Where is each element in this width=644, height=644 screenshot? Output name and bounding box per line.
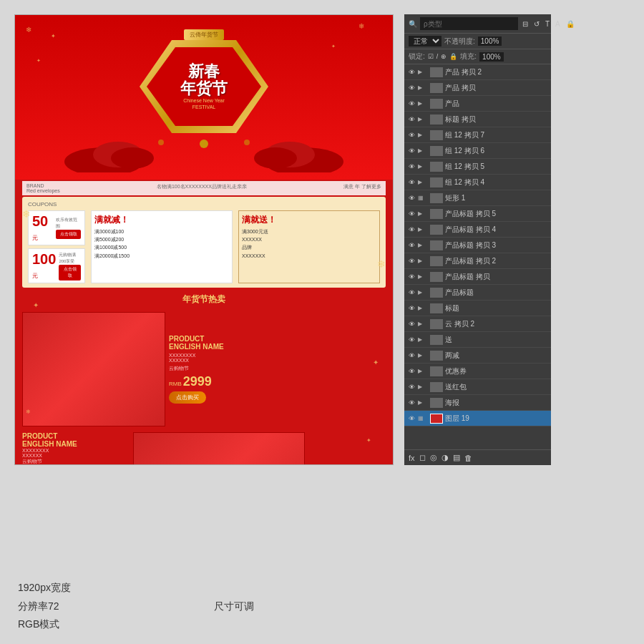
coupon-btn-2[interactable]: 点击领取: [59, 265, 81, 280]
ps-layer-12[interactable]: 👁▶产品标题 拷贝 2: [404, 253, 551, 269]
snowflake-4: ✦: [331, 44, 336, 49]
ps-delete-btn[interactable]: 🗑: [464, 454, 472, 462]
sf-8: ✦: [33, 301, 39, 309]
ps-layer-5[interactable]: 👁▶组 12 拷贝 6: [404, 143, 551, 159]
layer-type-icon-4: ▶: [418, 132, 428, 138]
price-rmb-1: RMB: [169, 381, 182, 387]
ps-layer-20[interactable]: 👁▶送红包: [404, 379, 551, 395]
eye-icon-22[interactable]: 👁: [407, 415, 416, 422]
eye-icon-19[interactable]: 👁: [407, 368, 416, 375]
eye-icon-7[interactable]: 👁: [407, 179, 416, 186]
ps-layer-2[interactable]: 👁▶产品: [404, 96, 551, 112]
hexagon-inner: 新春 年货节 Chinese New Year FESTIVAL: [147, 47, 261, 126]
coupon-left: 50元 欢乐有效范围 点击领取 100元 元购物满200享受: [28, 210, 85, 283]
eye-icon-11[interactable]: 👁: [407, 242, 416, 249]
eye-icon-13[interactable]: 👁: [407, 273, 416, 280]
layer-name-14: 产品标题: [445, 288, 548, 298]
eye-icon-6[interactable]: 👁: [407, 163, 416, 170]
ps-layer-15[interactable]: 👁▶标题: [404, 301, 551, 316]
layer-thumb-17: [430, 335, 443, 345]
ps-rect-btn[interactable]: ◻: [419, 453, 426, 462]
ps-icon-btn-a[interactable]: A: [554, 20, 562, 28]
ps-icon-btn-t[interactable]: T: [544, 20, 551, 28]
ps-layers-list[interactable]: 👁▶产品 拷贝 2👁▶产品 拷贝👁▶产品👁▶标题 拷贝👁▶组 12 拷贝 7👁▶…: [404, 64, 551, 449]
buy-btn-1[interactable]: 点击购买: [169, 391, 206, 404]
ps-layer-14[interactable]: 👁▶产品标题: [404, 285, 551, 301]
layer-type-icon-20: ▶: [418, 384, 428, 390]
eye-icon-10[interactable]: 👁: [407, 226, 416, 233]
layer-thumb-21: [430, 398, 443, 408]
eye-icon-15[interactable]: 👁: [407, 305, 416, 312]
eye-icon-1[interactable]: 👁: [407, 84, 416, 92]
ps-layer-17[interactable]: 👁▶送: [404, 332, 551, 348]
layer-name-8: 矩形 1: [445, 193, 548, 203]
layer-thumb-14: [430, 288, 443, 298]
ps-layer-22[interactable]: 👁▦图层 19: [404, 411, 551, 426]
ps-layer-21[interactable]: 👁▶海报: [404, 395, 551, 411]
fill-label: 填充:: [460, 52, 477, 62]
layer-type-icon-14: ▶: [418, 289, 428, 296]
ps-layer-4[interactable]: 👁▶组 12 拷贝 7: [404, 127, 551, 143]
coupon-btn-1[interactable]: 点击领取: [56, 230, 81, 239]
search-icon: 🔍: [409, 20, 417, 28]
layer-thumb-22: [430, 414, 443, 424]
lock-icon-4[interactable]: 🔒: [449, 53, 457, 60]
ps-fx-btn[interactable]: fx: [409, 454, 415, 462]
eye-icon-18[interactable]: 👁: [407, 352, 416, 359]
ps-layer-0[interactable]: 👁▶产品 拷贝 2: [404, 64, 551, 80]
eye-icon-0[interactable]: 👁: [407, 69, 416, 76]
layer-name-13: 产品标题 拷贝: [445, 272, 548, 282]
ps-layer-6[interactable]: 👁▶组 12 拷贝 5: [404, 159, 551, 175]
eye-icon-16[interactable]: 👁: [407, 321, 416, 328]
ps-layer-9[interactable]: 👁▶产品标题 拷贝 5: [404, 206, 551, 222]
ps-layer-8[interactable]: 👁▦矩形 1: [404, 190, 551, 206]
spec-line1: 1920px宽度: [18, 579, 71, 597]
layer-type-icon-19: ▶: [418, 368, 428, 374]
layer-type-icon-3: ▶: [418, 116, 428, 122]
ps-group-btn[interactable]: ▤: [453, 453, 460, 462]
eye-icon-21[interactable]: 👁: [407, 399, 416, 406]
layer-thumb-15: [430, 303, 443, 313]
ps-adj-btn[interactable]: ◑: [441, 453, 449, 462]
ps-blend-mode[interactable]: 正常: [409, 36, 441, 47]
eye-icon-9[interactable]: 👁: [407, 210, 416, 218]
ps-layer-3[interactable]: 👁▶标题 拷贝: [404, 112, 551, 127]
layer-thumb-4: [430, 130, 443, 140]
spec-info: 1920px宽度 分辨率72 RGB模式: [18, 579, 71, 633]
opacity-label: 不透明度:: [444, 36, 475, 47]
product-img-1: [22, 312, 165, 426]
ps-search-input[interactable]: [420, 17, 518, 30]
ps-layer-10[interactable]: 👁▶产品标题 拷贝 4: [404, 222, 551, 238]
ps-layer-7[interactable]: 👁▶组 12 拷贝 4: [404, 175, 551, 190]
eye-icon-5[interactable]: 👁: [407, 147, 416, 155]
eye-icon-3[interactable]: 👁: [407, 116, 416, 123]
eye-icon-4[interactable]: 👁: [407, 132, 416, 139]
ps-icon-btn-2[interactable]: ↺: [532, 20, 541, 28]
ps-icon-btn-lock[interactable]: 🔒: [565, 20, 576, 28]
eye-icon-20[interactable]: 👁: [407, 384, 416, 391]
eye-icon-12[interactable]: 👁: [407, 258, 416, 265]
eye-icon-14[interactable]: 👁: [407, 289, 416, 296]
ps-layer-19[interactable]: 👁▶优惠券: [404, 364, 551, 379]
eye-icon-8[interactable]: 👁: [407, 195, 416, 202]
coupon-amount-1: 50元: [32, 213, 53, 243]
eye-icon-17[interactable]: 👁: [407, 336, 416, 343]
coupon-item-2: 100元 元购物满200享受 点击领取: [28, 248, 85, 283]
lock-icon-1[interactable]: ☑: [428, 53, 434, 60]
ps-layer-11[interactable]: 👁▶产品标题 拷贝 3: [404, 238, 551, 253]
ps-layer-1[interactable]: 👁▶产品 拷贝: [404, 80, 551, 96]
ps-layer-16[interactable]: 👁▶云 拷贝 2: [404, 316, 551, 332]
product-info-2: PRODUCT ENGLISH NAME XXXXXXXX XXXXXX 云购物…: [22, 432, 130, 465]
price-num-1: 2999: [183, 374, 212, 389]
ps-layer-13[interactable]: 👁▶产品标题 拷贝: [404, 269, 551, 285]
lock-icon-3[interactable]: ⊕: [441, 53, 447, 60]
layer-thumb-12: [430, 256, 443, 266]
eye-icon-2[interactable]: 👁: [407, 100, 416, 107]
lock-icon-2[interactable]: /: [436, 53, 439, 60]
svg-point-2: [111, 147, 154, 169]
layer-type-icon-21: ▶: [418, 399, 428, 406]
layer-thumb-7: [430, 177, 443, 187]
ps-circle-btn[interactable]: ◎: [430, 453, 437, 462]
ps-icon-btn-1[interactable]: ⊟: [521, 20, 530, 28]
ps-layer-18[interactable]: 👁▶两减: [404, 348, 551, 364]
